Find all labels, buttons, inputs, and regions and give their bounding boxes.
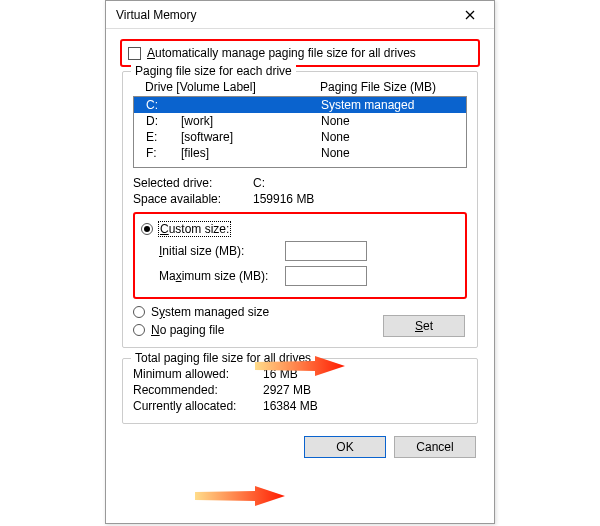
minimum-allowed-value: 16 MB <box>263 367 298 381</box>
custom-size-block: Custom size: Initial size (MB): Maximum … <box>133 212 467 299</box>
close-button[interactable] <box>450 3 490 27</box>
cancel-button[interactable]: Cancel <box>394 436 476 458</box>
currently-allocated-value: 16384 MB <box>263 399 318 413</box>
window-title: Virtual Memory <box>116 8 450 22</box>
drive-row[interactable]: E: [software] None <box>134 129 466 145</box>
radio-no-paging-control[interactable] <box>133 324 145 336</box>
titlebar: Virtual Memory <box>106 1 494 29</box>
auto-manage-checkbox[interactable] <box>128 47 141 60</box>
initial-size-label: Initial size (MB): <box>159 244 279 258</box>
close-icon <box>465 10 475 20</box>
space-available-row: Space available: 159916 MB <box>133 192 467 206</box>
auto-manage-label: Automatically manage paging file size fo… <box>147 46 416 60</box>
initial-size-input[interactable] <box>285 241 367 261</box>
space-available-value: 159916 MB <box>253 192 314 206</box>
initial-size-row: Initial size (MB): <box>159 241 459 261</box>
drive-row[interactable]: C: System managed <box>134 97 466 113</box>
maximum-size-label: Maximum size (MB): <box>159 269 279 283</box>
per-drive-legend: Paging file size for each drive <box>131 64 296 78</box>
drive-list-header: Drive [Volume Label] Paging File Size (M… <box>133 78 467 96</box>
radio-custom-size-label: Custom size: <box>159 222 230 236</box>
set-button[interactable]: Set <box>383 315 465 337</box>
totals-legend: Total paging file size for all drives <box>131 351 315 365</box>
totals-group: Total paging file size for all drives Mi… <box>122 358 478 424</box>
header-size: Paging File Size (MB) <box>320 80 463 94</box>
selected-drive-value: C: <box>253 176 265 190</box>
radio-custom-size[interactable]: Custom size: <box>141 222 459 236</box>
ok-button[interactable]: OK <box>304 436 386 458</box>
drive-list[interactable]: C: System managed D: [work] None E: [sof… <box>133 96 467 168</box>
header-drive: Drive [Volume Label] <box>145 80 320 94</box>
radio-no-paging-label: No paging file <box>151 323 224 337</box>
maximum-size-input[interactable] <box>285 266 367 286</box>
selected-drive-row: Selected drive: C: <box>133 176 467 190</box>
drive-row[interactable]: F: [files] None <box>134 145 466 161</box>
radio-custom-size-control[interactable] <box>141 223 153 235</box>
auto-manage-row[interactable]: Automatically manage paging file size fo… <box>120 39 480 67</box>
radio-system-managed-control[interactable] <box>133 306 145 318</box>
dialog-buttons: OK Cancel <box>120 436 480 458</box>
virtual-memory-dialog: Virtual Memory Automatically manage pagi… <box>105 0 495 524</box>
drive-row[interactable]: D: [work] None <box>134 113 466 129</box>
radio-system-managed-label: System managed size <box>151 305 269 319</box>
maximum-size-row: Maximum size (MB): <box>159 266 459 286</box>
recommended-value: 2927 MB <box>263 383 311 397</box>
per-drive-group: Paging file size for each drive Drive [V… <box>122 71 478 348</box>
